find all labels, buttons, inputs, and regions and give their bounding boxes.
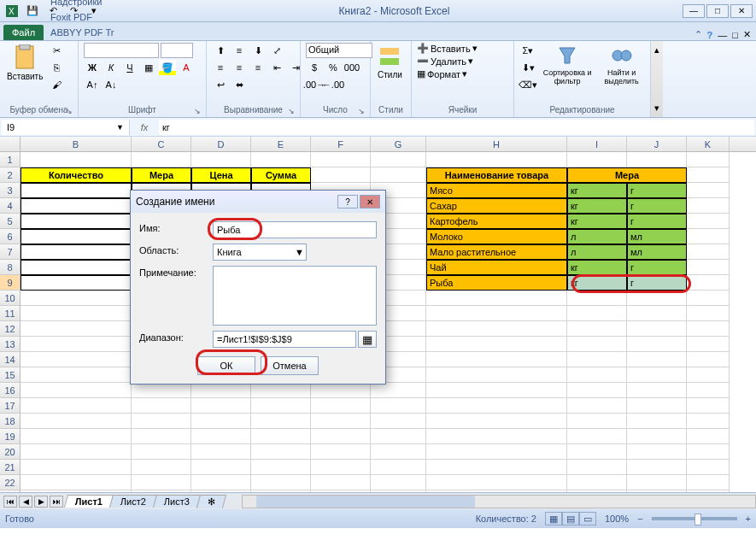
align-bottom-icon[interactable]: ⬇ xyxy=(249,43,267,58)
cell[interactable] xyxy=(311,444,371,460)
cell[interactable] xyxy=(311,429,371,444)
cell[interactable]: г xyxy=(627,275,687,291)
excel-icon[interactable]: X xyxy=(3,3,21,20)
cell[interactable] xyxy=(21,490,132,492)
cell[interactable] xyxy=(426,383,567,398)
cell[interactable] xyxy=(251,152,311,167)
cell[interactable]: Сахар xyxy=(426,198,567,214)
column-header[interactable]: F xyxy=(311,137,371,151)
cell[interactable]: кг xyxy=(567,183,627,198)
column-header[interactable]: H xyxy=(426,137,567,151)
cell[interactable] xyxy=(627,321,687,337)
bold-icon[interactable]: Ж xyxy=(84,60,101,75)
next-sheet-icon[interactable]: ▶ xyxy=(34,496,48,508)
cell[interactable] xyxy=(371,490,426,492)
row-header[interactable]: 16 xyxy=(0,383,21,398)
zoom-slider[interactable] xyxy=(652,517,737,520)
dialog-close-icon[interactable]: ✕ xyxy=(360,195,380,208)
cell[interactable] xyxy=(132,414,191,429)
cell[interactable]: Рыба xyxy=(426,275,567,291)
cell[interactable] xyxy=(191,383,251,398)
cell[interactable] xyxy=(687,444,730,460)
select-all-corner[interactable] xyxy=(0,137,21,151)
normal-view-icon[interactable]: ▦ xyxy=(545,512,562,525)
cell[interactable] xyxy=(687,167,730,183)
cell[interactable]: кг xyxy=(567,260,627,275)
dialog-launcher-icon[interactable]: ↘ xyxy=(358,107,365,115)
align-left-icon[interactable]: ≡ xyxy=(212,60,229,75)
cell[interactable] xyxy=(311,490,371,492)
cell[interactable] xyxy=(371,414,426,429)
name-input[interactable] xyxy=(213,221,377,238)
new-sheet-button[interactable]: ✻ xyxy=(196,495,226,508)
align-top-icon[interactable]: ⬆ xyxy=(212,43,229,58)
cell[interactable] xyxy=(627,367,687,383)
cell[interactable] xyxy=(687,198,730,214)
cell[interactable] xyxy=(627,291,687,306)
cell[interactable] xyxy=(21,414,132,429)
cell[interactable] xyxy=(567,367,627,383)
cell[interactable] xyxy=(567,475,627,490)
format-painter-icon[interactable]: 🖌 xyxy=(48,77,65,92)
cell[interactable] xyxy=(371,167,426,183)
cell[interactable] xyxy=(371,398,426,414)
sheet-tab[interactable]: Лист1 xyxy=(64,495,114,508)
cell[interactable] xyxy=(687,490,730,492)
autosum-icon[interactable]: Σ▾ xyxy=(519,43,536,58)
cell[interactable] xyxy=(687,260,730,275)
cell[interactable] xyxy=(311,398,371,414)
cell[interactable] xyxy=(251,444,311,460)
cell[interactable] xyxy=(21,367,132,383)
copy-icon[interactable]: ⎘ xyxy=(48,60,65,75)
cell[interactable]: г xyxy=(627,198,687,214)
clear-icon[interactable]: ⌫▾ xyxy=(519,77,536,92)
cell[interactable] xyxy=(21,475,132,490)
cell[interactable] xyxy=(567,383,627,398)
cell[interactable] xyxy=(251,414,311,429)
cell[interactable] xyxy=(21,306,132,321)
cell[interactable] xyxy=(21,429,132,444)
cell[interactable] xyxy=(132,429,191,444)
cell[interactable] xyxy=(567,321,627,337)
row-header[interactable]: 10 xyxy=(0,291,21,306)
cell[interactable] xyxy=(311,383,371,398)
cell[interactable]: л xyxy=(567,244,627,260)
cell[interactable] xyxy=(132,444,191,460)
cell[interactable] xyxy=(627,152,687,167)
cell[interactable] xyxy=(567,337,627,352)
cell[interactable] xyxy=(21,244,132,260)
cell[interactable] xyxy=(371,460,426,475)
increase-decimal-icon[interactable]: .00→ xyxy=(306,77,323,92)
cell[interactable] xyxy=(132,383,191,398)
underline-icon[interactable]: Ч xyxy=(121,60,138,75)
cell[interactable]: мл xyxy=(627,244,687,260)
cell[interactable] xyxy=(251,398,311,414)
column-header[interactable]: B xyxy=(21,137,132,151)
cell[interactable]: г xyxy=(627,214,687,229)
minimize-button[interactable]: — xyxy=(683,4,705,18)
cell[interactable]: Наименование товара xyxy=(426,167,567,183)
cell[interactable]: Картофель xyxy=(426,214,567,229)
cell[interactable]: Мало растительное xyxy=(426,244,567,260)
column-header[interactable]: D xyxy=(191,137,251,151)
cell[interactable] xyxy=(21,337,132,352)
row-header[interactable]: 12 xyxy=(0,321,21,337)
sheet-tab[interactable]: Лист3 xyxy=(153,495,201,508)
ok-button[interactable]: ОК xyxy=(197,356,255,375)
column-header[interactable]: K xyxy=(687,137,730,151)
help-icon[interactable]: ? xyxy=(707,30,713,40)
cell[interactable]: Мясо xyxy=(426,183,567,198)
cell[interactable] xyxy=(627,383,687,398)
cell[interactable] xyxy=(687,429,730,444)
border-icon[interactable]: ▦ xyxy=(140,60,157,75)
cell[interactable] xyxy=(251,383,311,398)
cell[interactable] xyxy=(371,475,426,490)
cell[interactable] xyxy=(426,291,567,306)
cell[interactable] xyxy=(687,214,730,229)
cell[interactable] xyxy=(567,398,627,414)
column-header[interactable]: I xyxy=(567,137,627,151)
row-header[interactable]: 23 xyxy=(0,490,21,492)
cell[interactable]: Сумма xyxy=(251,167,311,183)
cell[interactable] xyxy=(371,152,426,167)
cell[interactable]: Цена xyxy=(191,167,251,183)
